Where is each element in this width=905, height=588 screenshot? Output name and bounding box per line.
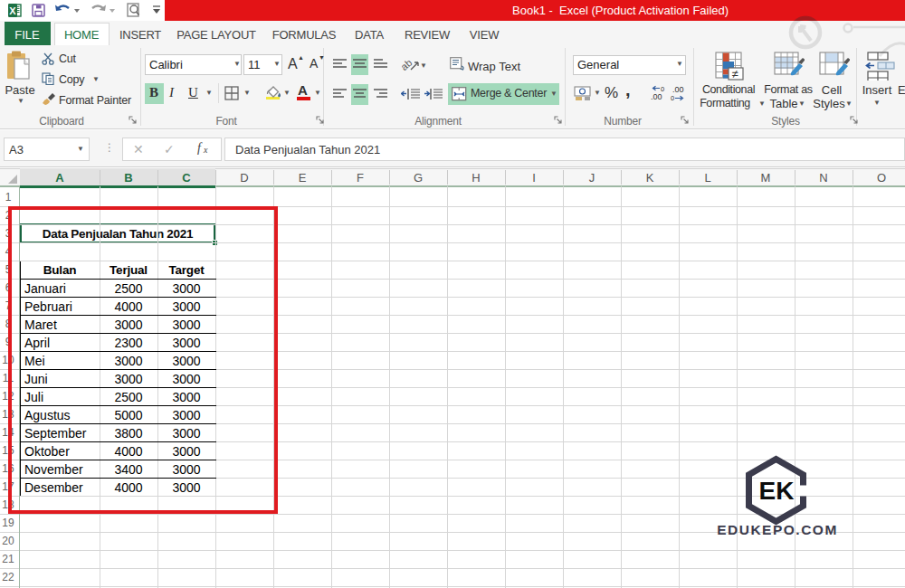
svg-text:≠: ≠ (732, 67, 738, 81)
svg-text:X: X (9, 5, 16, 16)
svg-text:.00: .00 (651, 92, 662, 101)
svg-text:EK: EK (759, 477, 795, 505)
svg-text:0: 0 (671, 94, 674, 101)
svg-text:.00: .00 (672, 85, 684, 94)
svg-text:ab: ab (402, 57, 414, 72)
svg-text:EDUKEPO.COM: EDUKEPO.COM (717, 522, 838, 537)
